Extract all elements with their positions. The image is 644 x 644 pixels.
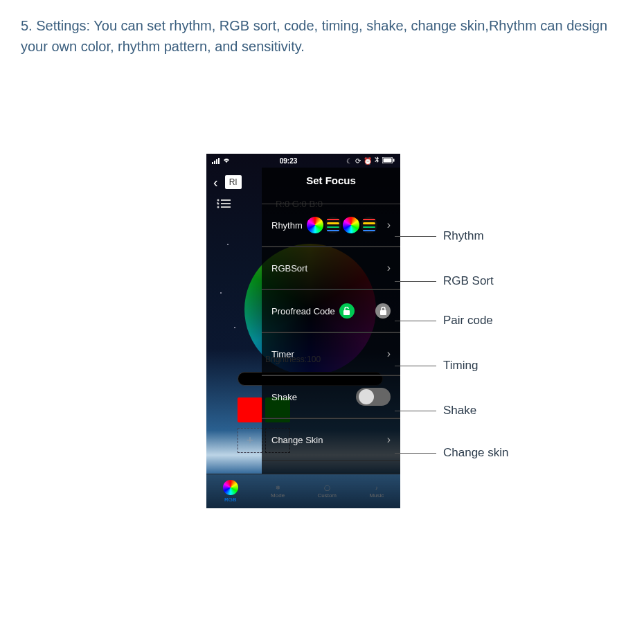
callout-timing: Timing	[443, 359, 478, 373]
nav-mode[interactable]: ❄ Mode	[271, 485, 285, 499]
svg-rect-4	[221, 199, 231, 201]
callout-paircode: Pair code	[443, 314, 493, 328]
settings-overlay: Set Focus Rhythm › RGBSort › Proofread C…	[262, 168, 400, 474]
menu-rgbsort-label: RGBSort	[271, 263, 307, 274]
callout-line	[395, 236, 436, 237]
bottom-nav: RGB ❄ Mode ◯ Custom ♪ Music	[206, 474, 400, 508]
callout-rgbsort: RGB Sort	[443, 274, 494, 288]
chevron-right-icon: ›	[387, 433, 391, 446]
callout-line	[395, 281, 436, 282]
bluetooth-icon	[375, 156, 379, 166]
snowflake-icon: ❄	[276, 485, 280, 491]
menu-timer-label: Timer	[271, 349, 294, 359]
nav-rgb[interactable]: RGB	[223, 480, 238, 503]
nav-music[interactable]: ♪ Music	[369, 485, 384, 499]
menu-shake: Shake	[262, 375, 400, 418]
svg-rect-8	[221, 206, 231, 208]
menu-rhythm[interactable]: Rhythm ›	[262, 204, 400, 247]
status-bar: 09:23 ☾ ⟳ ⏰	[206, 154, 400, 168]
lock-closed-icon[interactable]	[375, 303, 391, 319]
callout-rhythm: Rhythm	[443, 229, 484, 243]
svg-rect-6	[221, 203, 231, 204]
list-icon[interactable]	[217, 199, 231, 211]
lock-open-icon[interactable]	[339, 303, 355, 319]
rhythm-preview-icons	[307, 217, 377, 233]
phone-screenshot: 09:23 ☾ ⟳ ⏰ ‹ RI R:0 G:0 B:0 Brightness:…	[206, 154, 400, 508]
nav-music-label: Music	[369, 492, 384, 499]
nav-custom[interactable]: ◯ Custom	[317, 485, 337, 499]
menu-proofread-code[interactable]: Proofread Code	[262, 289, 400, 332]
alarm-icon: ⏰	[364, 157, 372, 165]
svg-rect-2	[383, 158, 391, 162]
menu-shake-label: Shake	[271, 392, 297, 402]
signal-icon	[212, 158, 220, 164]
svg-point-3	[217, 199, 220, 202]
instruction-text: 5. Settings: You can set rhythm, RGB sor…	[21, 15, 623, 57]
shake-toggle[interactable]	[356, 388, 391, 406]
menu-proofread-label: Proofread Code	[271, 306, 335, 316]
mode-tab[interactable]: RI	[225, 175, 242, 189]
svg-rect-9	[343, 310, 350, 315]
nav-mode-label: Mode	[271, 492, 285, 499]
callout-shake: Shake	[443, 404, 476, 418]
svg-point-7	[217, 206, 220, 208]
nav-custom-label: Custom	[317, 492, 337, 499]
callout-line	[395, 366, 436, 366]
wifi-icon	[222, 156, 231, 165]
menu-change-skin[interactable]: Change Skin ›	[262, 418, 400, 461]
overlay-title: Set Focus	[262, 168, 400, 204]
rhythm-bars-icon	[361, 217, 377, 233]
status-time: 09:23	[280, 157, 298, 165]
rhythm-bars-icon	[325, 217, 341, 233]
chevron-right-icon: ›	[387, 348, 391, 360]
callout-line	[395, 321, 436, 321]
menu-rhythm-label: Rhythm	[271, 220, 303, 231]
callout-line	[395, 453, 436, 454]
rhythm-rainbow-icon	[343, 217, 359, 233]
callout-changeskin: Change skin	[443, 446, 509, 460]
chevron-right-icon: ›	[387, 219, 391, 231]
custom-icon: ◯	[324, 485, 330, 491]
add-swatch-button[interactable]: +	[238, 428, 262, 453]
music-icon: ♪	[375, 485, 378, 491]
back-button[interactable]: ‹	[213, 175, 218, 190]
menu-changeskin-label: Change Skin	[271, 435, 323, 445]
callout-line	[395, 411, 436, 411]
menu-rgbsort[interactable]: RGBSort ›	[262, 247, 400, 289]
battery-icon	[382, 157, 395, 165]
svg-rect-1	[393, 159, 394, 161]
swatch-red[interactable]	[238, 397, 262, 422]
nav-rgb-label: RGB	[224, 497, 236, 503]
rgb-icon	[223, 480, 238, 495]
svg-point-5	[217, 203, 220, 205]
chevron-right-icon: ›	[387, 262, 391, 274]
rhythm-rainbow-icon	[307, 217, 323, 233]
moon-icon: ☾	[346, 157, 352, 165]
menu-timer[interactable]: Timer ›	[262, 332, 400, 375]
svg-rect-10	[380, 310, 386, 315]
sync-icon: ⟳	[355, 157, 361, 165]
